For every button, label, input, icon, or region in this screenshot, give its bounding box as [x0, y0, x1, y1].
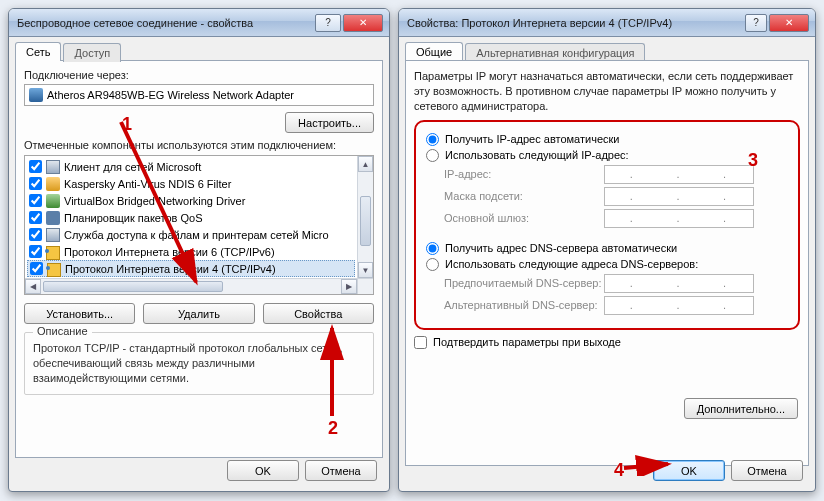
ok-button-left[interactable]: OK [227, 460, 299, 481]
subnet-mask-label: Маска подсети: [444, 190, 604, 202]
description-group: Описание Протокол TCP/IP - стандартный п… [24, 332, 374, 395]
adapter-icon [29, 88, 43, 102]
tab-general[interactable]: Общие [405, 42, 463, 61]
scroll-left-icon[interactable]: ◀ [25, 279, 41, 294]
scroll-up-icon[interactable]: ▲ [358, 156, 373, 172]
list-item[interactable]: Kaspersky Anti-Virus NDIS 6 Filter [27, 175, 355, 192]
scroll-corner [357, 278, 373, 294]
item-checkbox[interactable] [29, 160, 42, 173]
gateway-label: Основной шлюз: [444, 212, 604, 224]
list-item[interactable]: Клиент для сетей Microsoft [27, 158, 355, 175]
titlebar-right: Свойства: Протокол Интернета версии 4 (T… [399, 9, 815, 37]
item-checkbox[interactable] [29, 228, 42, 241]
scroll-right-icon[interactable]: ▶ [341, 279, 357, 294]
item-checkbox[interactable] [30, 262, 43, 275]
tabpage-network: Подключение через: Atheros AR9485WB-EG W… [15, 60, 383, 458]
radio-ip-auto-input[interactable] [426, 133, 439, 146]
ip-address-label: IP-адрес: [444, 168, 604, 180]
ipv4-properties-dialog: Свойства: Протокол Интернета версии 4 (T… [398, 8, 816, 492]
adapter-box[interactable]: Atheros AR9485WB-EG Wireless Network Ada… [24, 84, 374, 106]
tab-access[interactable]: Доступ [63, 43, 121, 62]
info-text: Параметры IP могут назначаться автоматич… [414, 69, 800, 114]
dns-alternate-label: Альтернативный DNS-сервер: [444, 299, 604, 311]
radio-ip-manual[interactable]: Использовать следующий IP-адрес: [426, 149, 788, 162]
help-button[interactable]: ? [745, 14, 767, 32]
list-item[interactable]: VirtualBox Bridged Networking Driver [27, 192, 355, 209]
highlighted-settings: Получить IP-адрес автоматически Использо… [414, 120, 800, 330]
list-item[interactable]: Протокол Интернета версии 6 (TCP/IPv6) [27, 243, 355, 260]
adapter-name: Atheros AR9485WB-EG Wireless Network Ada… [47, 89, 294, 101]
radio-dns-auto-input[interactable] [426, 242, 439, 255]
client-icon [46, 160, 60, 174]
radio-dns-manual-input[interactable] [426, 258, 439, 271]
ip-address-input: ... [604, 165, 754, 184]
radio-dns-manual[interactable]: Использовать следующие адреса DNS-сервер… [426, 258, 788, 271]
horizontal-scrollbar[interactable]: ◀ ▶ [25, 278, 357, 294]
vertical-scrollbar[interactable]: ▲ ▼ [357, 156, 373, 278]
list-item[interactable]: Планировщик пакетов QoS [27, 209, 355, 226]
scroll-thumb[interactable] [360, 196, 371, 246]
dns-preferred-label: Предпочитаемый DNS-сервер: [444, 277, 604, 289]
close-button[interactable]: ✕ [343, 14, 383, 32]
titlebar-left: Беспроводное сетевое соединение - свойст… [9, 9, 389, 37]
protocol-icon [46, 246, 60, 260]
item-checkbox[interactable] [29, 177, 42, 190]
minimize-button[interactable]: ? [315, 14, 341, 32]
window-title: Свойства: Протокол Интернета версии 4 (T… [405, 17, 743, 29]
item-checkbox[interactable] [29, 211, 42, 224]
tabstrip-left: Сеть Доступ [9, 37, 389, 60]
window-title: Беспроводное сетевое соединение - свойст… [15, 17, 313, 29]
advanced-button[interactable]: Дополнительно... [684, 398, 798, 419]
tab-network[interactable]: Сеть [15, 42, 61, 61]
service-icon [46, 228, 60, 242]
connection-properties-dialog: Беспроводное сетевое соединение - свойст… [8, 8, 390, 492]
validate-checkbox[interactable] [414, 336, 427, 349]
components-label: Отмеченные компоненты используются этим … [24, 139, 374, 151]
validate-on-exit[interactable]: Подтвердить параметры при выходе [414, 336, 800, 349]
cancel-button-left[interactable]: Отмена [305, 460, 377, 481]
item-checkbox[interactable] [29, 194, 42, 207]
dns-preferred-input: ... [604, 274, 754, 293]
components-list[interactable]: Клиент для сетей Microsoft Kaspersky Ant… [24, 155, 374, 295]
close-button[interactable]: ✕ [769, 14, 809, 32]
ok-button-right[interactable]: OK [653, 460, 725, 481]
radio-ip-manual-input[interactable] [426, 149, 439, 162]
list-item[interactable]: Служба доступа к файлам и принтерам сете… [27, 226, 355, 243]
tabstrip-right: Общие Альтернативная конфигурация [399, 37, 815, 60]
description-text: Протокол TCP/IP - стандартный протокол г… [33, 341, 365, 386]
properties-button[interactable]: Свойства [263, 303, 374, 324]
uninstall-button[interactable]: Удалить [143, 303, 254, 324]
cancel-button-right[interactable]: Отмена [731, 460, 803, 481]
tabpage-general: Параметры IP могут назначаться автоматич… [405, 60, 809, 466]
description-title: Описание [33, 325, 92, 337]
scheduler-icon [46, 211, 60, 225]
shield-icon [46, 177, 60, 191]
radio-dns-auto[interactable]: Получить адрес DNS-сервера автоматически [426, 242, 788, 255]
configure-button[interactable]: Настроить... [285, 112, 374, 133]
install-button[interactable]: Установить... [24, 303, 135, 324]
radio-ip-auto[interactable]: Получить IP-адрес автоматически [426, 133, 788, 146]
protocol-icon [47, 263, 61, 277]
network-icon [46, 194, 60, 208]
connect-via-label: Подключение через: [24, 69, 374, 81]
subnet-mask-input: ... [604, 187, 754, 206]
list-item-ipv4[interactable]: Протокол Интернета версии 4 (TCP/IPv4) [27, 260, 355, 277]
gateway-input: ... [604, 209, 754, 228]
scroll-down-icon[interactable]: ▼ [358, 262, 373, 278]
dns-alternate-input: ... [604, 296, 754, 315]
item-checkbox[interactable] [29, 245, 42, 258]
scroll-thumb-h[interactable] [43, 281, 223, 292]
